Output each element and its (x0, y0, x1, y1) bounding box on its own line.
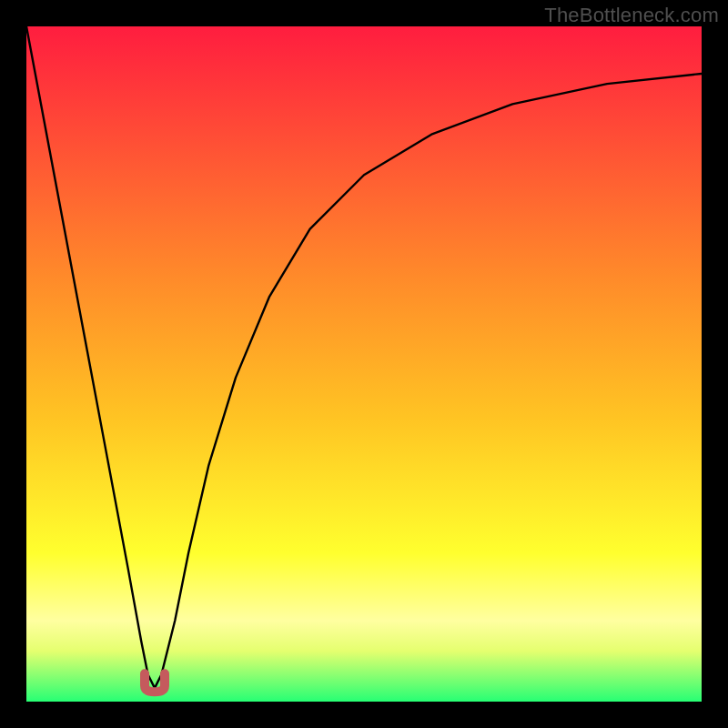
chart-frame: TheBottleneck.com (0, 0, 728, 728)
optimal-marker (145, 673, 165, 692)
watermark-text: TheBottleneck.com (544, 4, 719, 27)
plot-area (26, 26, 702, 702)
bottleneck-curve (26, 26, 702, 702)
